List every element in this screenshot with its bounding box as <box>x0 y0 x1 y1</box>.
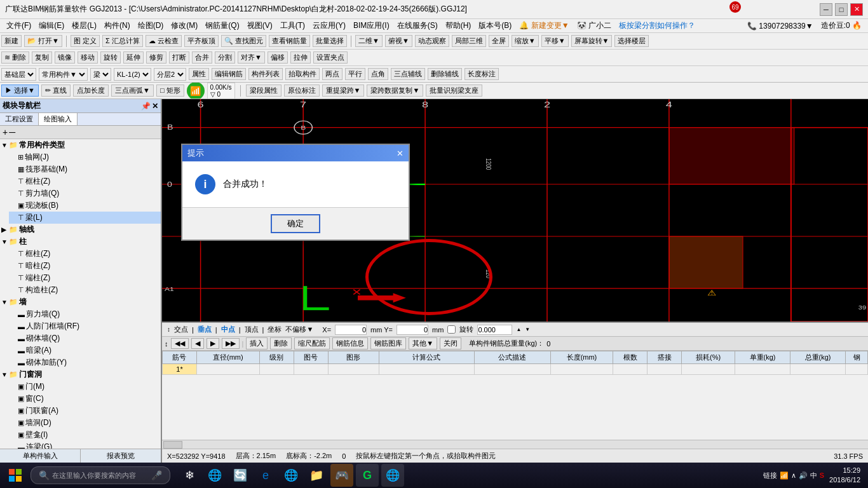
tab-draw-input[interactable]: 绘图输入 <box>39 113 78 125</box>
taskbar-app-game[interactable]: 🎮 <box>330 464 353 487</box>
rebar-info[interactable]: 钢筋信息 <box>332 337 368 349</box>
find-element[interactable]: 🔍 查找图元 <box>221 35 266 47</box>
tree-axle[interactable]: ⊞ 轴网(J) <box>9 151 161 163</box>
tree-frame-col[interactable]: ⊤ 框柱(Z) <box>9 175 161 187</box>
restore-button[interactable]: □ <box>835 3 848 16</box>
add-nav-icon[interactable]: + <box>3 127 8 137</box>
select-floor[interactable]: 选择楼层 <box>614 35 649 47</box>
original-mark[interactable]: 原位标注 <box>284 85 320 97</box>
copy-span-data[interactable]: 梁跨数据复制▼ <box>367 85 423 97</box>
taskbar-app-1[interactable]: ❄ <box>178 464 201 487</box>
tree-raft[interactable]: ▦ 筏形基础(M) <box>9 163 161 175</box>
tray-antivirus[interactable]: S <box>820 471 824 479</box>
tree-door-window[interactable]: ▼ 📁 门窗洞 <box>0 369 161 381</box>
menu-draw[interactable]: 绘图(D) <box>134 20 168 31</box>
tree-window[interactable]: ▣窗(C) <box>9 393 161 405</box>
copy-button[interactable]: 复制 <box>32 51 52 64</box>
tree-wall-hole[interactable]: ▣墙洞(D) <box>9 417 161 429</box>
snap-no-offset[interactable]: 不偏移▼ <box>285 325 313 334</box>
align-button[interactable]: 对齐▼ <box>238 51 265 64</box>
tree-al[interactable]: ▬暗梁(A) <box>9 344 161 356</box>
2d-button[interactable]: 二维▼ <box>355 35 383 47</box>
sidebar-pin[interactable]: 📌 <box>141 102 151 111</box>
tree-gjz[interactable]: ⊤构造柱(Z) <box>9 284 161 296</box>
scale-rebar[interactable]: 缩尺配筋 <box>294 337 330 349</box>
split-button[interactable]: 分割 <box>215 51 235 64</box>
local-3d[interactable]: 局部三维 <box>452 35 486 47</box>
snap-midpoint[interactable]: 中点 <box>221 325 235 334</box>
component-list[interactable]: 构件列表 <box>248 68 283 80</box>
tree-niche[interactable]: ▣壁龛(I) <box>9 429 161 441</box>
three-point-aux[interactable]: 三点辅线 <box>391 68 425 80</box>
batch-identify-support[interactable]: 批量识别梁支座 <box>426 85 482 97</box>
remove-nav-icon[interactable]: ─ <box>9 127 15 137</box>
extend-button[interactable]: 延伸 <box>123 51 144 64</box>
taskbar-app-ie[interactable]: 🌐 <box>280 464 302 487</box>
property-button[interactable]: 属性 <box>189 68 209 80</box>
offset-button[interactable]: 偏移 <box>268 51 288 64</box>
nav-prev[interactable]: ◀ <box>191 338 204 349</box>
zoom[interactable]: 缩放▼ <box>512 35 539 47</box>
tree-wall[interactable]: ▼ 📁 墙 <box>0 296 161 308</box>
tree-door-window-combo[interactable]: ▣门联窗(A) <box>9 405 161 417</box>
layer-select[interactable]: 分层2 <box>154 68 186 81</box>
menu-tools[interactable]: 工具(T) <box>276 20 309 31</box>
x-input[interactable] <box>335 325 367 335</box>
menu-modify[interactable]: 修改(M) <box>167 20 201 31</box>
snap-top[interactable]: 顶点 <box>245 325 259 334</box>
tree-qtq[interactable]: ▬砌体墙(Q) <box>9 332 161 344</box>
scroll-thumb[interactable] <box>163 441 182 449</box>
tree-door[interactable]: ▣门(M) <box>9 381 161 393</box>
tray-wifi[interactable]: 📶 <box>780 471 789 480</box>
menu-view[interactable]: 视图(V) <box>243 20 276 31</box>
delete-rebar[interactable]: 删除 <box>270 337 292 349</box>
insert-button[interactable]: 插入 <box>246 337 268 349</box>
rotate-button[interactable]: 旋转 <box>100 51 121 64</box>
tree-common-components[interactable]: ▼ 📁 常用构件类型 <box>0 139 161 151</box>
menu-floor[interactable]: 楼层(L) <box>68 20 100 31</box>
break-button[interactable]: 打断 <box>169 51 189 64</box>
tray-link[interactable]: 链接 <box>763 471 777 480</box>
stretch-button[interactable]: 拉伸 <box>290 51 311 64</box>
tree-coupling-beam[interactable]: ▬连梁(G) <box>9 441 161 449</box>
point-angle[interactable]: 点角 <box>368 68 388 80</box>
batch-select[interactable]: 批量选择 <box>313 35 347 47</box>
tab-report[interactable]: 报表预览 <box>81 449 161 463</box>
parallel[interactable]: 平行 <box>345 68 365 80</box>
cell-bar-num[interactable]: 1* <box>163 364 197 375</box>
search-bar[interactable]: 🔍 在这里输入你要搜索的内容 🎤 <box>31 466 170 484</box>
tray-volume[interactable]: 🔊 <box>799 471 808 480</box>
taskbar-app-folder[interactable]: 📁 <box>305 464 328 487</box>
pan[interactable]: 平移▼ <box>541 35 569 47</box>
point-length[interactable]: 点加长度 <box>73 85 109 97</box>
delete-button[interactable]: ≋ 删除 <box>1 51 29 64</box>
view-rebar[interactable]: 查看钢筋量 <box>269 35 310 47</box>
sidebar-close[interactable]: ✕ <box>152 102 158 111</box>
menu-bim[interactable]: BIM应用(I) <box>349 20 393 31</box>
menu-xiaoer[interactable]: 🐼 广小二 <box>573 20 615 31</box>
rotate-input[interactable] <box>477 325 512 335</box>
rotate-down[interactable]: ▼ <box>525 327 530 332</box>
nav-last[interactable]: ▶▶ <box>222 338 240 349</box>
tree-jlq[interactable]: ▬剪力墙(Q) <box>9 308 161 320</box>
tree-rfq[interactable]: ▬人防门框墙(RF) <box>9 320 161 332</box>
align-slab[interactable]: 平齐板顶 <box>184 35 219 47</box>
snap-intersection[interactable]: 交点 <box>174 325 188 334</box>
menu-rebar-qty[interactable]: 钢筋量(Q) <box>201 20 243 31</box>
other-button[interactable]: 其他▼ <box>409 337 437 349</box>
select-tool[interactable]: ▶ 选择▼ <box>1 85 39 97</box>
horizontal-scrollbar[interactable] <box>162 440 868 449</box>
mirror-button[interactable]: 镜像 <box>55 51 75 64</box>
top-view[interactable]: 俯视▼ <box>385 35 412 47</box>
taskbar-app-edge[interactable]: e <box>254 464 277 487</box>
menu-coins[interactable]: 造价豆:0 🔥 <box>817 20 865 31</box>
y-input[interactable] <box>397 325 428 335</box>
table-row[interactable]: 1* <box>163 364 868 375</box>
panel-collapse[interactable]: ↕ <box>165 340 168 348</box>
edit-rebar[interactable]: 编辑钢筋 <box>212 68 246 80</box>
move-button[interactable]: 移动 <box>78 51 98 64</box>
snap-vertical[interactable]: 垂点 <box>198 325 212 334</box>
close-button[interactable]: ✕ <box>850 3 863 16</box>
menu-file[interactable]: 文件(F) <box>3 20 35 31</box>
three-arc[interactable]: 三点画弧▼ <box>111 85 154 97</box>
